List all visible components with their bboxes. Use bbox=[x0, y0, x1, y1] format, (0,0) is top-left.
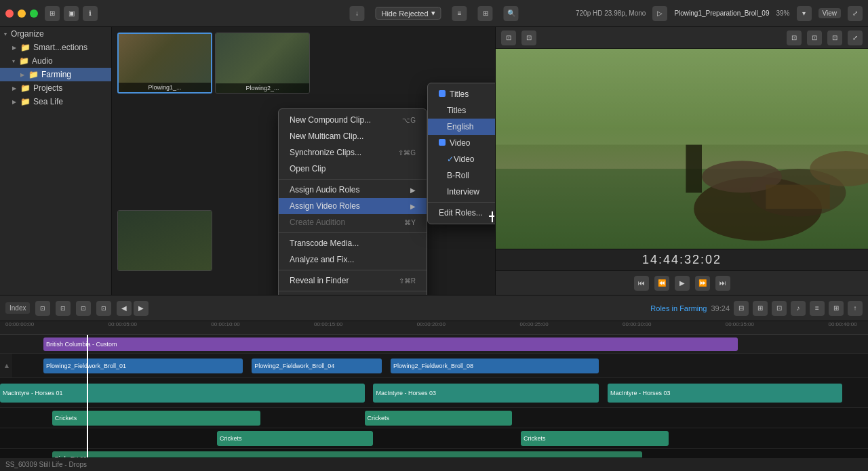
audio-clip-crickets-2[interactable]: Crickets bbox=[365, 411, 513, 426]
sub-video-checked[interactable]: ✓Video bbox=[428, 151, 495, 167]
index-button[interactable]: Index bbox=[5, 302, 30, 314]
track-header-v1: ▶ bbox=[0, 354, 12, 377]
list-view-icon[interactable]: ≡ bbox=[452, 6, 467, 21]
video-format-label: 720p HD 23.98p, Mono bbox=[576, 9, 646, 17]
ctx-open-clip[interactable]: Open Clip bbox=[279, 161, 427, 177]
preview-tool-5[interactable]: ⊡ bbox=[827, 30, 842, 45]
audio-clip-crickets-1[interactable]: Crickets bbox=[52, 411, 260, 426]
timeline-zoom-2[interactable]: ⊞ bbox=[753, 301, 768, 316]
ctx-transcode-media[interactable]: Transcode Media... bbox=[279, 235, 427, 251]
clip-toggle-3[interactable]: ⊡ bbox=[76, 301, 91, 316]
audio-clip-birds[interactable]: Birds FX 02 bbox=[52, 451, 642, 458]
audio-clip-horses-01-label: MacIntyre - Horses 01 bbox=[3, 390, 63, 396]
ctx-create-audition[interactable]: Create Audition ⌘Y bbox=[279, 214, 427, 230]
playhead[interactable] bbox=[87, 335, 88, 457]
sub-titles-sub[interactable]: Titles bbox=[428, 102, 495, 119]
timeline-view[interactable]: ⊞ bbox=[829, 301, 844, 316]
preview-tool-2[interactable]: ⊡ bbox=[521, 30, 536, 45]
clip-thumbnail-1[interactable]: Plowing1_... bbox=[117, 33, 212, 94]
clip-toggle-1[interactable]: ⊡ bbox=[35, 301, 50, 316]
clip-thumbnail-3[interactable] bbox=[117, 210, 212, 271]
video-clip-2-label: Plowing2_Fieldwork_Broll_04 bbox=[254, 363, 334, 369]
audio-clip-crickets-3[interactable]: Crickets bbox=[217, 431, 373, 446]
context-menu: New Compound Clip... ⌥G New Multicam Cli… bbox=[278, 108, 427, 295]
ruler-mark-7: 00:00:35:00 bbox=[726, 321, 754, 327]
sub-video-header[interactable]: Video ^⌥V bbox=[428, 135, 495, 151]
sub-titles-header[interactable]: Titles ^⌥T bbox=[428, 86, 495, 102]
video-clip-3[interactable]: Plowing2_Fieldwork_Broll_08 bbox=[391, 359, 599, 373]
ctx-separator-3 bbox=[279, 270, 427, 270]
clip-toggle-4[interactable]: ⊡ bbox=[96, 301, 111, 316]
audio-clip-horses-03a[interactable]: MacIntyre - Horses 03 bbox=[373, 384, 599, 403]
fullscreen-icon[interactable]: ⤢ bbox=[848, 6, 863, 21]
preview-tool-1[interactable]: ⊡ bbox=[501, 30, 516, 45]
sidebar-item-smart-collections[interactable]: ▶ 📁 Smart...ections bbox=[0, 41, 111, 54]
sidebar-item-organize[interactable]: ▾ Organize bbox=[0, 27, 111, 41]
sidebar-item-sea-life[interactable]: ▶ 📁 Sea Life bbox=[0, 95, 111, 108]
maximize-button[interactable] bbox=[30, 9, 38, 18]
zoom-dropdown-icon[interactable]: ▾ bbox=[797, 6, 812, 21]
sidebar-item-projects[interactable]: ▶ 📁 Projects bbox=[0, 81, 111, 95]
video-clip-1[interactable]: Plowing2_Fieldwork_Broll_01 bbox=[43, 359, 243, 373]
chevron-icon: ▶ bbox=[12, 45, 16, 51]
preview-transport: ⏮ ⏪ ▶ ⏩ ⏭ bbox=[496, 270, 868, 295]
preview-timecode: 14:44:32:02 bbox=[496, 249, 868, 270]
clip-icon[interactable]: ▣ bbox=[64, 6, 79, 21]
preview-tool-3[interactable]: ⊡ bbox=[787, 30, 802, 45]
traffic-lights[interactable] bbox=[5, 9, 38, 18]
audio-clip-horses-01[interactable]: MacIntyre - Horses 01 bbox=[0, 384, 365, 403]
nav-left-icon[interactable]: ◀ bbox=[117, 301, 132, 316]
timeline-zoom-1[interactable]: ⊟ bbox=[734, 301, 749, 316]
timeline-roles[interactable]: ≡ bbox=[810, 301, 825, 316]
timeline-audio[interactable]: ♪ bbox=[791, 301, 806, 316]
timeline-share[interactable]: ↑ bbox=[848, 301, 863, 316]
audio-clip-crickets-4[interactable]: Crickets bbox=[521, 431, 669, 446]
preview-fullscreen[interactable]: ⤢ bbox=[848, 30, 863, 45]
view-button[interactable]: View bbox=[818, 8, 842, 18]
ctx-assign-audio-roles[interactable]: Assign Audio Roles ▶ bbox=[279, 182, 427, 198]
chevron-icon: ▶ bbox=[12, 85, 16, 91]
library-icon[interactable]: ⊞ bbox=[45, 6, 60, 21]
preview-video bbox=[496, 49, 868, 249]
grid-view-icon[interactable]: ⊞ bbox=[478, 6, 493, 21]
sub-english[interactable]: English bbox=[428, 119, 495, 135]
timeline-options[interactable]: ⊡ bbox=[772, 301, 787, 316]
audio-clip-horses-03b[interactable]: MacIntyre - Horses 03 bbox=[608, 384, 842, 403]
ctx-analyze-fix[interactable]: Analyze and Fix... bbox=[279, 251, 427, 268]
import-icon[interactable]: ↓ bbox=[349, 6, 364, 21]
video-tag-icon[interactable]: ▷ bbox=[652, 6, 667, 21]
sidebar-item-audio[interactable]: ▾ 📁 Audio bbox=[0, 54, 111, 68]
sub-edit-roles[interactable]: Edit Roles... bbox=[428, 205, 495, 221]
transport-prev-icon[interactable]: ⏪ bbox=[654, 276, 669, 291]
ctx-assign-video-roles[interactable]: Assign Video Roles ▶ bbox=[279, 198, 427, 214]
sub-interview[interactable]: Interview bbox=[428, 184, 495, 200]
inspector-icon[interactable]: ℹ bbox=[83, 6, 98, 21]
preview-toolbar: ⊡ ⊡ ⊡ ⊡ ⊡ ⤢ bbox=[496, 27, 868, 49]
video-clip-2[interactable]: Plowing2_Fieldwork_Broll_04 bbox=[252, 359, 382, 373]
transport-forward-icon[interactable]: ⏭ bbox=[715, 276, 730, 291]
transport-play-icon[interactable]: ▶ bbox=[675, 276, 690, 291]
clip-thumbnail-2[interactable]: Plowing2_... bbox=[215, 33, 310, 94]
ctx-new-multicam-clip[interactable]: New Multicam Clip... bbox=[279, 128, 427, 144]
ctx-move-trash[interactable]: Move to Trash ⌘⌫ bbox=[279, 293, 427, 295]
search-icon[interactable]: 🔍 bbox=[504, 6, 519, 21]
video-clip-3-label: Plowing2_Fieldwork_Broll_08 bbox=[393, 363, 473, 369]
hide-rejected-button[interactable]: Hide Rejected ▾ bbox=[375, 7, 441, 20]
transport-back-icon[interactable]: ⏮ bbox=[634, 276, 649, 291]
ctx-reveal-finder[interactable]: Reveal in Finder ⇧⌘R bbox=[279, 272, 427, 289]
clip-toggle-2[interactable]: ⊡ bbox=[56, 301, 71, 316]
transport-next-icon[interactable]: ⏩ bbox=[695, 276, 710, 291]
sub-b-roll[interactable]: B-Roll bbox=[428, 167, 495, 184]
ctx-new-compound-clip[interactable]: New Compound Clip... ⌥G bbox=[279, 112, 427, 128]
track-video-1: ▶ Plowing2_Fieldwork_Broll_01 Plowing2_F… bbox=[0, 354, 868, 378]
compound-clip[interactable]: British Columbia - Custom bbox=[43, 337, 738, 351]
preview-tool-4[interactable]: ⊡ bbox=[807, 30, 822, 45]
track-audio-1: MacIntyre - Horses 01 MacIntyre - Horses… bbox=[0, 378, 868, 408]
close-button[interactable] bbox=[5, 9, 14, 18]
sidebar-item-label: Farming bbox=[41, 70, 71, 79]
minimize-button[interactable] bbox=[18, 9, 26, 18]
sidebar-item-farming[interactable]: ▶ 📁 Farming bbox=[0, 68, 111, 81]
ctx-synchronize-clips[interactable]: Synchronize Clips... ⇧⌘G bbox=[279, 144, 427, 161]
nav-right-icon[interactable]: ▶ bbox=[134, 301, 149, 316]
title-bar: ⊞ ▣ ℹ ↓ Hide Rejected ▾ ≡ ⊞ 🔍 720p HD 23… bbox=[0, 0, 868, 27]
